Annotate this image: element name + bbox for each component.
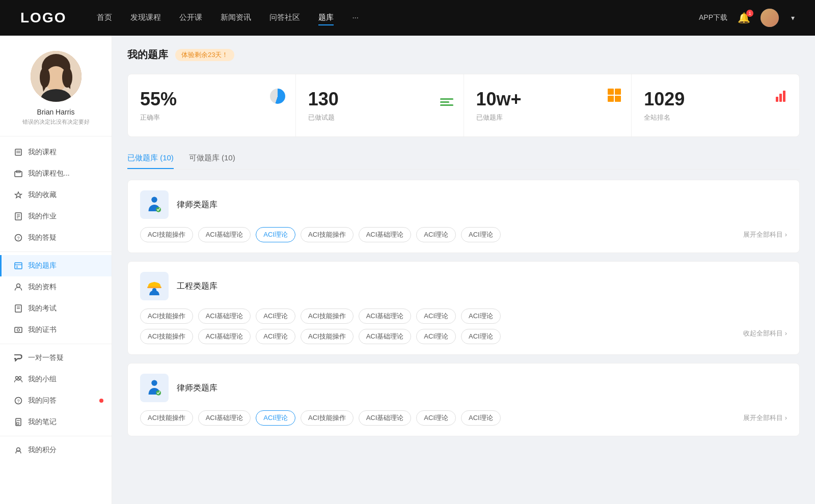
tag-2-4[interactable]: ACI基础理论: [359, 410, 412, 426]
sidebar-item-oneqa[interactable]: 一对一答疑: [0, 347, 112, 369]
nav-news[interactable]: 新闻资讯: [221, 11, 251, 25]
sidebar-label-testbank: 我的题库: [28, 261, 57, 270]
sidebar-item-profile[interactable]: 我的资料: [0, 276, 112, 298]
qa-icon: ?: [14, 233, 23, 242]
bank-tags-2: ACI技能操作 ACI基础理论 ACI理论 ACI技能操作 ACI基础理论 AC…: [140, 410, 787, 426]
profile-motto: 错误的决定比没有决定要好: [22, 118, 90, 126]
tag-1b-5[interactable]: ACI理论: [416, 329, 456, 344]
tag-0-1[interactable]: ACI基础理论: [198, 227, 251, 242]
notification-badge: 1: [746, 10, 753, 17]
certificate-icon: [14, 325, 23, 334]
svg-marker-12: [15, 192, 22, 198]
tab-available[interactable]: 可做题库 (10): [189, 149, 235, 169]
tag-0-5[interactable]: ACI理论: [416, 227, 456, 242]
sidebar-item-points[interactable]: 我的积分: [0, 439, 112, 461]
tab-done[interactable]: 已做题库 (10): [127, 149, 174, 169]
tag-0-3[interactable]: ACI技能操作: [301, 227, 354, 242]
notification-bell[interactable]: 🔔 1: [738, 12, 750, 24]
sidebar-item-group[interactable]: 我的小组: [0, 369, 112, 390]
sidebar-item-notes[interactable]: 我的笔记: [0, 411, 112, 433]
lawyer-svg-icon: [145, 195, 164, 214]
stat-questions-done-icon: [440, 89, 453, 109]
course-icon: [14, 148, 23, 157]
tag-2-6[interactable]: ACI理论: [461, 410, 501, 426]
coursepack-icon: [14, 169, 23, 178]
user-avatar-btn[interactable]: [760, 9, 779, 27]
tag-2-5[interactable]: ACI理论: [416, 410, 456, 426]
navbar-logo: LOGO: [20, 10, 66, 26]
bank-collapse-1[interactable]: 收起全部科目 ›: [743, 329, 787, 344]
tag-1b-6[interactable]: ACI理论: [461, 329, 501, 344]
tag-1-2[interactable]: ACI理论: [256, 309, 295, 324]
tag-1-5[interactable]: ACI理论: [416, 309, 456, 324]
tag-1-3[interactable]: ACI技能操作: [301, 309, 354, 324]
oneqa-icon: [14, 353, 23, 362]
favorites-icon: [14, 190, 23, 200]
nav-home[interactable]: 首页: [97, 11, 112, 25]
navbar-download[interactable]: APP下载: [699, 13, 727, 22]
page-header: 我的题库 体验剩余23天！: [127, 48, 800, 62]
sidebar-item-course[interactable]: 我的课程: [0, 142, 112, 163]
user-menu-chevron[interactable]: ▾: [791, 14, 795, 22]
tag-2-1[interactable]: ACI基础理论: [198, 410, 251, 426]
sidebar-item-questions[interactable]: ? 我的问答: [0, 390, 112, 411]
stat-questions-done: 130 已做试题: [296, 74, 464, 136]
tag-1-1[interactable]: ACI基础理论: [198, 309, 251, 324]
nav-more[interactable]: ···: [352, 11, 359, 25]
profile-icon: [14, 283, 23, 292]
sidebar-item-certificate[interactable]: 我的证书: [0, 319, 112, 341]
tag-1b-1[interactable]: ACI基础理论: [198, 329, 251, 344]
bank-expand-0[interactable]: 展开全部科目 ›: [743, 230, 787, 239]
nav-opencourse[interactable]: 公开课: [179, 11, 202, 25]
tag-2-3[interactable]: ACI技能操作: [301, 410, 354, 426]
pie-chart-icon: [270, 89, 285, 104]
sidebar-item-exam[interactable]: 我的考试: [0, 298, 112, 319]
sidebar-label-coursepack: 我的课程包...: [28, 169, 70, 178]
svg-point-30: [19, 377, 21, 379]
bank-title-0: 律师类题库: [177, 200, 218, 210]
sidebar-item-favorites[interactable]: 我的收藏: [0, 184, 112, 206]
tag-1-0[interactable]: ACI技能操作: [140, 309, 193, 324]
bank-icon-0: [140, 190, 169, 219]
tag-0-6[interactable]: ACI理论: [461, 227, 501, 242]
sidebar-item-testbank[interactable]: 我的题库: [0, 255, 112, 276]
bank-card-2: 律师类题库 ACI技能操作 ACI基础理论 ACI理论 ACI技能操作 ACI基…: [127, 363, 800, 436]
tag-2-0[interactable]: ACI技能操作: [140, 410, 193, 426]
stat-accuracy-icon: [270, 89, 285, 107]
tag-1b-4[interactable]: ACI基础理论: [359, 329, 412, 344]
stat-rank-icon: [776, 89, 789, 105]
tag-1b-0[interactable]: ACI技能操作: [140, 329, 193, 344]
tag-1-6[interactable]: ACI理论: [461, 309, 501, 324]
tag-0-4[interactable]: ACI基础理论: [359, 227, 412, 242]
bank-card-0-header: 律师类题库: [140, 190, 787, 219]
sidebar-label-qa: 我的答疑: [28, 233, 57, 242]
exam-icon: [14, 304, 23, 313]
svg-point-40: [151, 380, 157, 385]
sidebar-label-course: 我的课程: [28, 148, 57, 157]
sidebar-label-homework: 我的作业: [28, 212, 57, 221]
nav-discover[interactable]: 发现课程: [130, 11, 161, 25]
tag-1-4[interactable]: ACI基础理论: [359, 309, 412, 324]
stat-accuracy: 55% 正确率: [128, 74, 296, 136]
sidebar-label-questions: 我的问答: [28, 396, 57, 405]
tag-0-0[interactable]: ACI技能操作: [140, 227, 193, 242]
nav-qa[interactable]: 问答社区: [269, 11, 300, 25]
sidebar-item-homework[interactable]: 我的作业: [0, 206, 112, 227]
tag-1b-3[interactable]: ACI技能操作: [301, 329, 354, 344]
bank-title-1: 工程类题库: [177, 281, 218, 292]
sidebar-label-profile: 我的资料: [28, 283, 57, 292]
tag-1b-2[interactable]: ACI理论: [256, 329, 295, 344]
sidebar-item-coursepack[interactable]: 我的课程包...: [0, 163, 112, 184]
divider-3: [0, 436, 112, 436]
bank-title-2: 律师类题库: [177, 383, 218, 394]
navbar-menu: 首页 发现课程 公开课 新闻资讯 问答社区 题库 ···: [97, 11, 699, 25]
bank-tags-1b: ACI技能操作 ACI基础理论 ACI理论 ACI技能操作 ACI基础理论 AC…: [140, 329, 787, 344]
sidebar-label-favorites: 我的收藏: [28, 190, 57, 200]
navbar: LOGO 首页 发现课程 公开课 新闻资讯 问答社区 题库 ··· APP下载 …: [0, 0, 815, 36]
tag-0-2[interactable]: ACI理论: [256, 227, 295, 242]
sidebar-item-qa[interactable]: ? 我的答疑: [0, 227, 112, 248]
bank-expand-2[interactable]: 展开全部科目 ›: [743, 413, 787, 423]
nav-testbank[interactable]: 题库: [318, 11, 334, 25]
tag-2-2[interactable]: ACI理论: [256, 410, 295, 426]
divider-2: [0, 344, 112, 344]
